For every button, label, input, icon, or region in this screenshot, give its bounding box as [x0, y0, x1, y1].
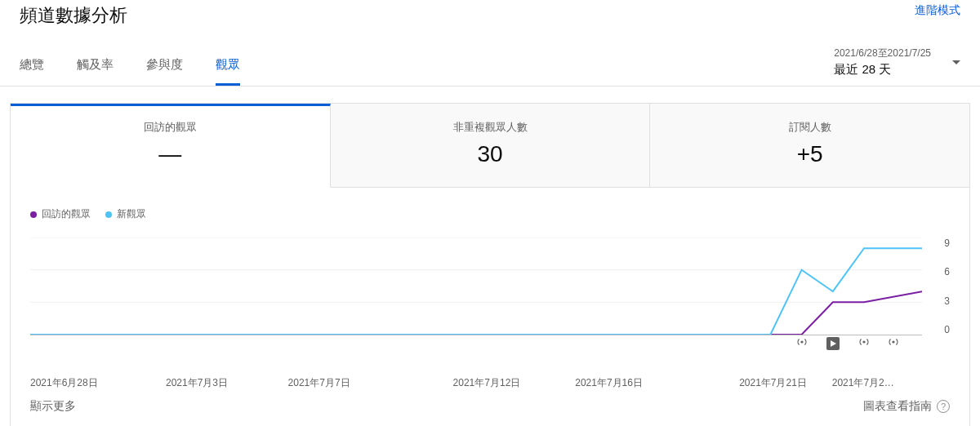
play-marker-icon: [826, 337, 840, 350]
broadcast-marker-icon: [887, 337, 900, 347]
svg-marker-4: [831, 340, 836, 347]
metric-title: 訂閱人數: [658, 120, 961, 135]
chart-legend: 回訪的觀眾新觀眾: [30, 207, 950, 221]
help-icon: ?: [937, 400, 950, 413]
metric-title: 回訪的觀眾: [19, 120, 322, 135]
advanced-mode-link[interactable]: 進階模式: [915, 3, 960, 18]
legend-label: 回訪的觀眾: [42, 207, 91, 221]
metric-value: —: [19, 141, 322, 167]
legend-item: 回訪的觀眾: [30, 207, 91, 221]
chart-guide-label: 圖表查看指南: [863, 399, 932, 414]
metric-tab-2[interactable]: 訂閱人數+5: [650, 104, 969, 188]
y-tick: 3: [927, 295, 950, 307]
y-tick: 0: [927, 324, 950, 335]
x-tick: 2021年7月3日: [166, 376, 228, 390]
legend-item: 新觀眾: [105, 207, 146, 221]
x-tick: 2021年7月21日: [739, 376, 807, 390]
y-tick: 9: [927, 237, 950, 249]
date-range-text: 2021/6/28至2021/7/25: [834, 47, 931, 60]
x-tick: 2021年7月7日: [288, 376, 350, 390]
chevron-down-icon: [952, 60, 960, 64]
legend-dot: [30, 211, 37, 218]
audience-card: 回訪的觀眾—非重複觀眾人數30訂閱人數+5 回訪的觀眾新觀眾 9630 2021…: [10, 103, 970, 426]
date-range-label: 最近 28 天: [834, 62, 931, 78]
svg-point-5: [862, 340, 865, 343]
broadcast-marker-icon: [858, 337, 871, 347]
x-tick: 2021年6月28日: [30, 376, 98, 390]
x-tick: 2021年7月12日: [453, 376, 521, 390]
tab-3[interactable]: 觀眾: [216, 46, 240, 86]
show-more-link[interactable]: 顯示更多: [30, 399, 76, 414]
x-tick: 2021年7月16日: [575, 376, 643, 390]
main-tabs: 總覽觸及率參與度觀眾: [20, 46, 273, 86]
broadcast-marker-icon: [795, 337, 808, 347]
metric-value: 30: [339, 141, 642, 167]
svg-point-6: [892, 340, 894, 343]
date-range-picker[interactable]: 2021/6/28至2021/7/25 最近 28 天: [834, 47, 960, 86]
legend-dot: [105, 211, 112, 218]
x-tick: 2021年7月2…: [832, 376, 894, 390]
metric-value: +5: [658, 141, 961, 167]
audience-chart: 9630 2021年6月28日2021年7月3日2021年7月7日2021年7月…: [30, 237, 950, 376]
svg-point-3: [800, 340, 803, 343]
metric-tab-0[interactable]: 回訪的觀眾—: [11, 104, 331, 188]
metric-tab-1[interactable]: 非重複觀眾人數30: [331, 104, 651, 188]
tab-2[interactable]: 參與度: [146, 46, 183, 86]
tab-0[interactable]: 總覽: [20, 46, 44, 86]
y-tick: 6: [927, 266, 950, 277]
chart-series-line: [30, 248, 922, 335]
tab-1[interactable]: 觸及率: [77, 46, 114, 86]
metric-title: 非重複觀眾人數: [339, 120, 642, 135]
page-title: 頻道數據分析: [20, 3, 127, 28]
chart-guide-link[interactable]: 圖表查看指南 ?: [863, 399, 950, 414]
legend-label: 新觀眾: [117, 207, 146, 221]
